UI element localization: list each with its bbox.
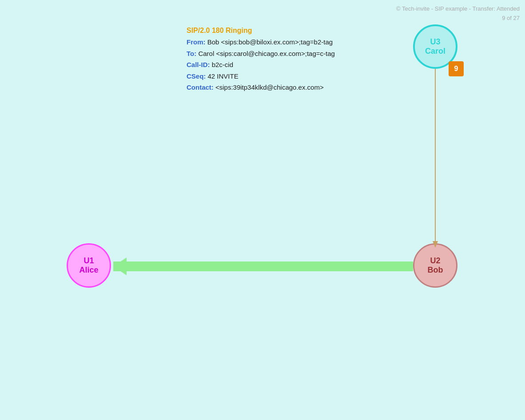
from-label: From: <box>187 38 206 46</box>
header-copyright: © Tech-invite - SIP example - Transfer: … <box>396 4 520 23</box>
cseq-label: CSeq: <box>187 72 206 80</box>
page-number: 9 of 27 <box>396 14 520 23</box>
sip-message-block: SIP/2.0 180 Ringing From: Bob <sips:bob@… <box>187 24 335 93</box>
sip-cseq-line: CSeq: 42 INVITE <box>187 71 335 82</box>
copyright-text: © Tech-invite - SIP example - Transfer: … <box>396 4 520 14</box>
svg-marker-3 <box>113 258 127 275</box>
sip-from-line: From: Bob <sips:bob@biloxi.ex.com>;tag=b… <box>187 36 335 48</box>
sip-to-line: To: Carol <sips:carol@chicago.ex.com>;ta… <box>187 48 335 59</box>
sip-callid-line: Call-ID: b2c-cid <box>187 59 335 71</box>
callid-label: Call-ID: <box>187 61 210 68</box>
sip-status-line: SIP/2.0 180 Ringing <box>187 24 335 36</box>
contact-label: Contact: <box>187 83 214 91</box>
node-alice: U1 Alice <box>67 243 111 288</box>
bob-name: Bob <box>428 265 443 275</box>
alice-id: U1 <box>84 256 94 265</box>
svg-rect-2 <box>113 262 413 271</box>
contact-value: <sips:39itp34klkd@chicago.ex.com> <box>214 83 324 91</box>
to-label: To: <box>187 50 196 57</box>
cseq-value: 42 INVITE <box>206 72 238 80</box>
sip-contact-line: Contact: <sips:39itp34klkd@chicago.ex.co… <box>187 82 335 93</box>
badge-number: 9 <box>454 65 458 73</box>
callid-value: b2c-cid <box>210 61 234 68</box>
from-value: Bob <sips:bob@biloxi.ex.com>;tag=b2-tag <box>206 38 333 46</box>
carol-name: Carol <box>425 47 445 56</box>
to-value: Carol <sips:carol@chicago.ex.com>;tag=c-… <box>196 50 335 57</box>
bob-id: U2 <box>430 256 440 265</box>
carol-id: U3 <box>430 37 440 47</box>
node-bob: U2 Bob <box>413 243 457 288</box>
step-badge: 9 <box>449 61 464 76</box>
alice-name: Alice <box>79 265 98 275</box>
sip-status: SIP/2.0 180 Ringing <box>187 27 252 34</box>
